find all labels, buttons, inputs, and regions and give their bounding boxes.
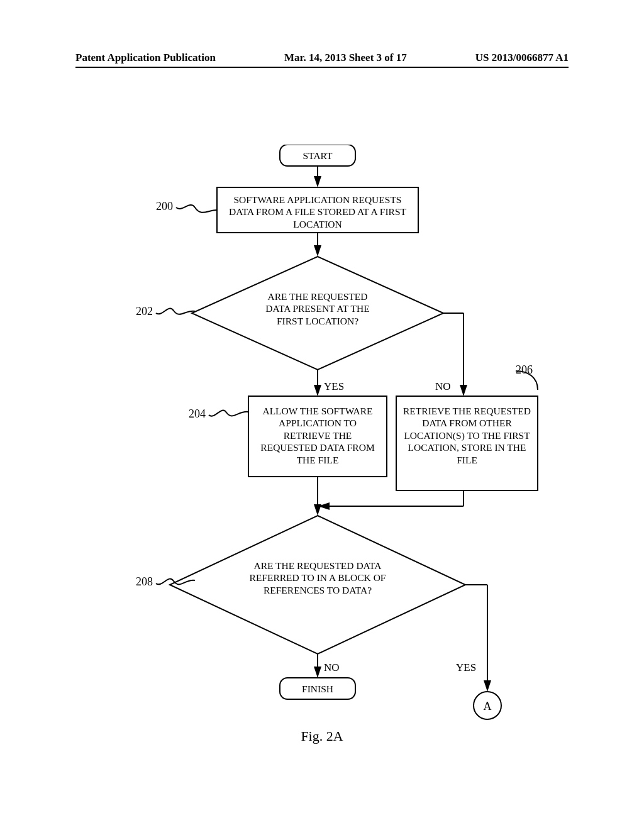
edge-no-1: NO [435,380,451,393]
flowchart: START SOFTWARE APPLICATION REQUESTS DATA… [75,145,569,755]
svg-rect-17 [280,678,355,699]
header-center: Mar. 14, 2013 Sheet 3 of 17 [284,52,407,64]
svg-point-18 [474,692,501,719]
ref-200: 200 [156,200,173,213]
figure-caption: Fig. 2A [75,728,569,744]
ref-204: 204 [189,407,206,421]
flowchart-svg [75,145,569,755]
svg-marker-4 [192,257,443,370]
header-left: Patent Application Publication [75,52,216,64]
svg-rect-2 [217,187,418,233]
edge-no-2: NO [324,661,340,674]
page-header: Patent Application Publication Mar. 14, … [75,52,569,68]
header-right: US 2013/0066877 A1 [475,52,569,64]
ref-202: 202 [136,305,153,318]
edge-yes-2: YES [456,661,476,674]
ref-208: 208 [136,575,153,589]
ref-206: 206 [516,363,533,377]
svg-rect-0 [280,145,355,166]
svg-rect-9 [396,396,538,490]
svg-rect-8 [248,396,387,477]
svg-marker-13 [170,516,465,654]
edge-yes-1: YES [324,380,344,393]
